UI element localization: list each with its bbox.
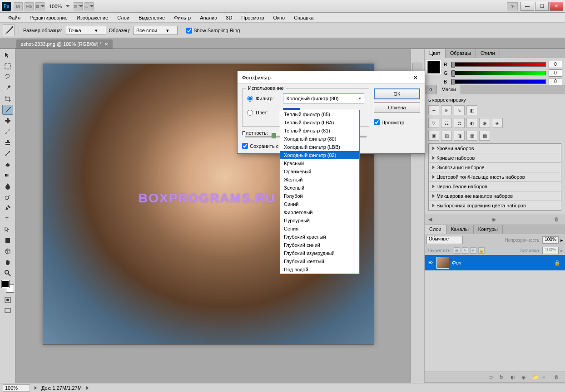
grid-icon[interactable]: ▥	[74, 2, 83, 10]
status-zoom[interactable]: 100%	[3, 384, 30, 392]
sample-select[interactable]: Все слои▾	[133, 26, 178, 35]
eyedropper-icon[interactable]	[3, 24, 15, 36]
healing-tool[interactable]	[2, 116, 13, 126]
gradient-map-icon[interactable]: ▦	[466, 131, 477, 141]
menu-view[interactable]: Просмотр	[237, 14, 268, 22]
menu-image[interactable]: Изображение	[72, 14, 113, 22]
layer-row[interactable]: 👁 Фон 🔒	[425, 255, 565, 270]
dropdown-item[interactable]: Сепия	[280, 225, 359, 233]
menu-layer[interactable]: Слои	[113, 14, 134, 22]
visibility-icon[interactable]: 👁	[426, 259, 434, 266]
wand-tool[interactable]	[2, 83, 13, 93]
menu-analysis[interactable]: Анализ	[195, 14, 221, 22]
tab-swatches[interactable]: Образцы	[446, 49, 476, 58]
blur-tool[interactable]	[2, 181, 13, 191]
g-slider[interactable]	[451, 71, 546, 75]
dialog-close-icon[interactable]: ✕	[411, 74, 420, 81]
dropdown-item[interactable]: Красный	[280, 159, 359, 167]
threshold-icon[interactable]: ◨	[454, 131, 465, 141]
photo-filter-icon[interactable]: ◉	[479, 118, 490, 128]
close-tab-icon[interactable]: ✕	[104, 42, 108, 47]
lock-all-icon[interactable]: 🔒	[478, 247, 485, 254]
menu-select[interactable]: Выделение	[134, 14, 169, 22]
tab-styles[interactable]: Стили	[476, 49, 500, 58]
history-brush-tool[interactable]	[2, 148, 13, 158]
posterize-icon[interactable]: ▨	[441, 131, 452, 141]
filter-select[interactable]: Холодный фильтр (80) ▾	[283, 93, 364, 103]
preset-item[interactable]: Микширование каналов наборов	[429, 191, 561, 201]
dropdown-item[interactable]: Зеленый	[280, 184, 359, 192]
view-extras-icon[interactable]: ▦	[35, 2, 45, 10]
move-tool[interactable]	[2, 50, 13, 60]
color-swatches[interactable]	[2, 280, 14, 292]
exposure-icon[interactable]: ◧	[466, 105, 477, 115]
adj-footer-icon[interactable]: ◀	[428, 216, 436, 223]
3d-tool[interactable]	[2, 246, 13, 256]
invert-icon[interactable]: ▣	[428, 131, 439, 141]
dropdown-item[interactable]: Теплый фильтр (85)	[280, 110, 359, 118]
type-tool[interactable]: T	[2, 214, 13, 224]
show-sampling-ring-checkbox[interactable]: Show Sampling Ring	[186, 28, 240, 34]
new-layer-icon[interactable]: ▫	[543, 374, 550, 381]
dropdown-item[interactable]: Голубой	[280, 192, 359, 200]
tab-layers[interactable]: Слои	[425, 225, 446, 234]
link-icon[interactable]: ⬭	[489, 374, 496, 381]
brightness-icon[interactable]: ☀	[428, 105, 439, 115]
dropdown-item[interactable]: Под водой	[280, 265, 359, 274]
tab-masks[interactable]: Маски	[437, 85, 461, 94]
adj-footer-icon2[interactable]: ◉	[491, 216, 499, 223]
r-value[interactable]: 0	[549, 61, 562, 68]
preset-item[interactable]: Цветовой тон/Насыщенность наборов	[429, 172, 561, 182]
collapse-icon[interactable]: ≫	[507, 2, 518, 10]
minimize-button[interactable]: —	[520, 2, 534, 11]
opacity-value[interactable]: 100%	[542, 236, 559, 244]
close-button[interactable]: ✕	[550, 2, 563, 11]
fg-color-swatch[interactable]	[2, 280, 9, 288]
menu-help[interactable]: Справка	[289, 14, 318, 22]
lock-move-icon[interactable]: ✥	[470, 247, 476, 254]
chevron-down-icon[interactable]	[65, 5, 70, 8]
tab-channels[interactable]: Каналы	[446, 225, 474, 234]
screen-mode-tool[interactable]	[2, 306, 13, 316]
filter-radio[interactable]	[247, 96, 253, 102]
document-tab[interactable]: sshot-2333.png @ 100% (RGB/8#) * ✕	[16, 39, 113, 49]
color-radio[interactable]	[247, 110, 253, 116]
adj-trash-icon[interactable]: 🗑	[554, 216, 561, 223]
preset-item[interactable]: Выборочная коррекция цвета наборов	[429, 201, 561, 211]
dropdown-item[interactable]: Глубокий изумрудный	[280, 249, 359, 257]
dropdown-item[interactable]: Теплый фильтр (81)	[280, 127, 359, 135]
g-value[interactable]: 0	[549, 69, 562, 77]
crop-tool[interactable]	[2, 94, 13, 104]
stamp-tool[interactable]	[2, 137, 13, 147]
shape-tool[interactable]	[2, 235, 13, 245]
mini-bridge-icon[interactable]: Mb	[25, 2, 34, 10]
r-slider[interactable]	[451, 62, 546, 67]
selective-color-icon[interactable]: ▩	[479, 131, 490, 141]
bw-icon[interactable]: ◐	[466, 118, 477, 128]
dropdown-item[interactable]: Глубокий синий	[280, 241, 359, 249]
preview-checkbox[interactable]: Просмотр	[374, 119, 420, 125]
bridge-icon[interactable]: Br	[14, 2, 23, 10]
lasso-tool[interactable]	[2, 72, 13, 82]
marquee-tool[interactable]	[2, 61, 13, 71]
mask-icon[interactable]: ◐	[510, 374, 518, 381]
fx-icon[interactable]: fx	[500, 374, 507, 381]
menu-file[interactable]: Файл	[4, 14, 25, 22]
path-tool[interactable]	[2, 225, 13, 235]
lock-brush-icon[interactable]: ✎	[462, 247, 468, 254]
dropdown-item[interactable]: Холодный фильтр (80)	[280, 135, 359, 143]
preset-item[interactable]: Уровни наборов	[429, 144, 561, 153]
menu-filter[interactable]: Фильтр	[169, 14, 195, 22]
eyedropper-tool[interactable]	[2, 105, 13, 115]
pen-tool[interactable]	[2, 203, 13, 213]
sample-size-select[interactable]: Точка▾	[65, 26, 106, 35]
hand-tool[interactable]	[2, 257, 13, 267]
curves-icon[interactable]: ∿	[454, 105, 465, 115]
dropdown-item[interactable]: Желтый	[280, 176, 359, 184]
channel-mixer-icon[interactable]: ◈	[492, 118, 503, 128]
b-slider[interactable]	[451, 79, 546, 84]
dropdown-item[interactable]: Глубокий красный	[280, 233, 359, 241]
menu-edit[interactable]: Редактирование	[25, 14, 72, 22]
dropdown-item[interactable]: Глубокий желтый	[280, 257, 359, 265]
lock-pixels-icon[interactable]: ▦	[454, 247, 460, 254]
